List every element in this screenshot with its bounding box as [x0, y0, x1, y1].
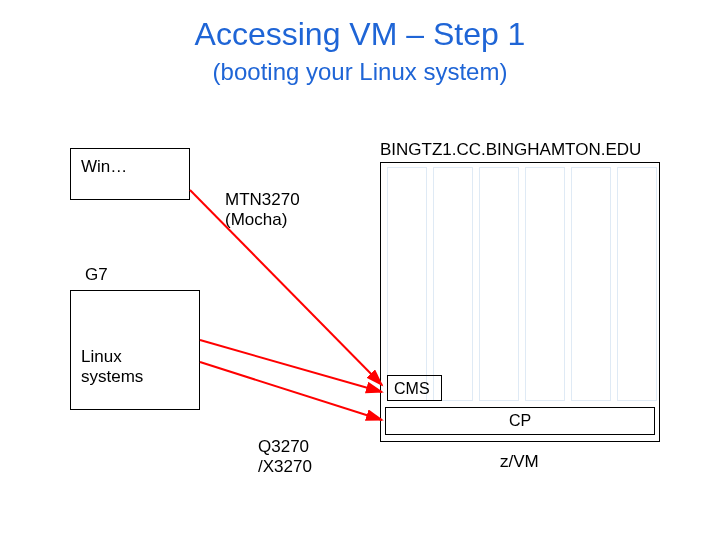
- box-windows-label: Win…: [81, 157, 127, 176]
- slide-subtitle: (booting your Linux system): [0, 58, 720, 86]
- label-zvm: z/VM: [500, 452, 539, 472]
- box-linux-systems: Linux systems: [70, 290, 200, 410]
- box-cms: CMS: [387, 375, 442, 401]
- zvm-frame: CMS CP: [380, 162, 660, 442]
- zvm-column: [387, 167, 427, 401]
- arrow-linux-to-cms: [200, 340, 382, 392]
- arrow-linux-to-cp: [200, 362, 382, 420]
- slide-title: Accessing VM – Step 1: [0, 16, 720, 53]
- bar-cp-label: CP: [509, 412, 531, 429]
- zvm-column: [479, 167, 519, 401]
- box-cms-label: CMS: [394, 380, 430, 397]
- box-linux-systems-label: Linux systems: [81, 347, 143, 386]
- label-mtn3270: MTN3270 (Mocha): [225, 190, 300, 231]
- label-g7: G7: [85, 265, 108, 285]
- zvm-column: [525, 167, 565, 401]
- label-host: BINGTZ1.CC.BINGHAMTON.EDU: [380, 140, 641, 160]
- box-windows: Win…: [70, 148, 190, 200]
- label-q3270: Q3270 /X3270: [258, 437, 312, 478]
- zvm-column: [571, 167, 611, 401]
- zvm-column: [617, 167, 657, 401]
- zvm-column: [433, 167, 473, 401]
- bar-cp: CP: [385, 407, 655, 435]
